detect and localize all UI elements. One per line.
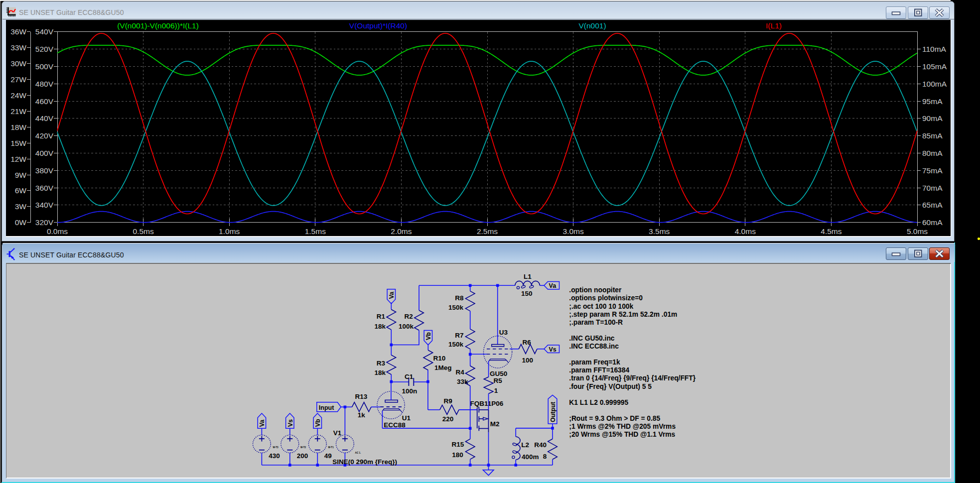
svg-text:200: 200 xyxy=(297,452,308,460)
svg-text:.INC ECC88.inc: .INC ECC88.inc xyxy=(569,343,619,350)
svg-text:Vb: Vb xyxy=(314,418,321,426)
svg-text:R15: R15 xyxy=(451,440,464,448)
svg-text:.option noopiter: .option noopiter xyxy=(569,286,622,294)
svg-text:R5: R5 xyxy=(494,376,503,384)
svg-text:W-T1: W-T1 xyxy=(328,446,334,448)
svg-text:W-T3: W-T3 xyxy=(273,446,279,448)
svg-text:2.0ms: 2.0ms xyxy=(391,227,412,235)
svg-text:V(Output)*I(R40): V(Output)*I(R40) xyxy=(349,21,407,29)
svg-text:M2: M2 xyxy=(490,420,500,428)
svg-text:R10: R10 xyxy=(433,354,446,362)
svg-text:FQB11P06: FQB11P06 xyxy=(470,400,504,407)
svg-text:90mA: 90mA xyxy=(922,114,943,122)
svg-text:0.5ms: 0.5ms xyxy=(133,227,153,235)
svg-text:60mA: 60mA xyxy=(922,218,943,227)
svg-text:360V: 360V xyxy=(35,183,54,192)
svg-text:27W: 27W xyxy=(10,75,26,84)
svg-text:18W: 18W xyxy=(10,122,26,131)
svg-text:36W: 36W xyxy=(10,27,26,36)
svg-text:R6: R6 xyxy=(523,338,532,346)
svg-text:220: 220 xyxy=(442,415,454,422)
svg-text:420V: 420V xyxy=(35,131,54,140)
svg-text:W-T2: W-T2 xyxy=(300,446,306,448)
svg-text:500V: 500V xyxy=(35,62,54,71)
svg-text:380V: 380V xyxy=(35,166,54,174)
svg-text:1.5ms: 1.5ms xyxy=(305,227,326,235)
svg-text:480V: 480V xyxy=(35,79,54,88)
svg-text:1.0ms: 1.0ms xyxy=(219,227,240,235)
svg-text:12W: 12W xyxy=(10,154,26,163)
svg-text:R4: R4 xyxy=(455,368,464,375)
svg-text:Va: Va xyxy=(549,282,557,289)
svg-text:30W: 30W xyxy=(10,59,26,68)
svg-text:Output: Output xyxy=(550,401,557,422)
svg-text:440V: 440V xyxy=(35,114,54,122)
svg-text:430: 430 xyxy=(269,452,280,460)
svg-text:R40: R40 xyxy=(534,441,547,448)
svg-text:.options plotwinsize=0: .options plotwinsize=0 xyxy=(569,294,643,302)
svg-text:340V: 340V xyxy=(35,201,54,209)
svg-text:(V(n001)-V(n006))*I(L1): (V(n001)-V(n006))*I(L1) xyxy=(117,21,199,29)
svg-text:Va: Va xyxy=(259,419,266,427)
svg-text:V1: V1 xyxy=(333,429,342,436)
svg-text:9W: 9W xyxy=(15,170,27,179)
svg-text:2.5ms: 2.5ms xyxy=(477,227,498,235)
svg-text:150k: 150k xyxy=(448,304,464,311)
svg-text:Vb: Vb xyxy=(425,332,432,340)
svg-text:;20 Wrms @15% THD @1.1 Vrms: ;20 Wrms @15% THD @1.1 Vrms xyxy=(569,431,675,438)
svg-text:24W: 24W xyxy=(10,91,26,100)
svg-text:Input: Input xyxy=(319,404,334,411)
svg-text:21W: 21W xyxy=(10,107,26,115)
svg-text:75mA: 75mA xyxy=(922,166,943,174)
svg-text:100mA: 100mA xyxy=(922,79,947,88)
svg-text:49: 49 xyxy=(324,452,332,460)
svg-text:V(n001): V(n001) xyxy=(578,21,606,29)
svg-text:150: 150 xyxy=(521,290,533,297)
svg-text:.INC GU50.inc: .INC GU50.inc xyxy=(569,334,615,342)
svg-text:6W: 6W xyxy=(15,186,27,195)
svg-text:520V: 520V xyxy=(35,45,54,53)
svg-text:18k: 18k xyxy=(375,322,386,330)
svg-text:C1: C1 xyxy=(405,372,414,380)
svg-text:8: 8 xyxy=(543,452,547,460)
svg-text:Vs: Vs xyxy=(287,419,294,426)
svg-text:1: 1 xyxy=(494,386,498,394)
svg-text:100: 100 xyxy=(522,356,533,363)
svg-text:100n: 100n xyxy=(402,387,418,395)
svg-text:;.param T=100-R: ;.param T=100-R xyxy=(569,318,623,326)
svg-text:SINE(0 290m {Freq}): SINE(0 290m {Freq}) xyxy=(332,458,397,465)
svg-text:100k: 100k xyxy=(399,322,414,330)
svg-text:AC 1.: AC 1. xyxy=(355,452,361,454)
svg-text:.tran 0 {14/Freq} {9/Freq} {14: .tran 0 {14/Freq} {9/Freq} {14/Freq/FFT} xyxy=(569,374,696,382)
svg-text:460V: 460V xyxy=(35,97,54,105)
svg-text:;Rout = 9.3 Ohm > DF = 0.85: ;Rout = 9.3 Ohm > DF = 0.85 xyxy=(569,414,660,422)
svg-text:.four {Freq} V(Output) 5 5: .four {Freq} V(Output) 5 5 xyxy=(569,382,652,390)
svg-text:540V: 540V xyxy=(35,27,54,36)
svg-text:L1: L1 xyxy=(524,272,532,280)
svg-text:;.ac oct 100 10 100k: ;.ac oct 100 10 100k xyxy=(569,302,633,310)
svg-text:15W: 15W xyxy=(10,138,26,147)
svg-text:3.0ms: 3.0ms xyxy=(562,227,583,235)
svg-text:110mA: 110mA xyxy=(922,45,947,53)
svg-text:R8: R8 xyxy=(455,294,464,301)
svg-text:95mA: 95mA xyxy=(922,97,943,105)
svg-text:U3: U3 xyxy=(499,329,508,336)
svg-text:0.0ms: 0.0ms xyxy=(47,227,68,235)
svg-text:Vs: Vs xyxy=(549,346,557,353)
svg-text:3W: 3W xyxy=(15,202,27,211)
svg-text:1k: 1k xyxy=(358,411,366,419)
svg-text:Va: Va xyxy=(388,291,395,299)
svg-text:K1 L1 L2 0.999995: K1 L1 L2 0.999995 xyxy=(569,398,628,406)
svg-text:R7: R7 xyxy=(455,331,463,339)
svg-text:400V: 400V xyxy=(35,149,54,157)
svg-text:ECC88: ECC88 xyxy=(384,421,406,428)
svg-text:400m: 400m xyxy=(522,453,539,461)
svg-text:L2: L2 xyxy=(521,441,529,448)
svg-text:1Meg: 1Meg xyxy=(434,364,452,371)
svg-text:R13: R13 xyxy=(355,393,368,400)
svg-text:I(L1): I(L1) xyxy=(766,21,782,29)
svg-text:105mA: 105mA xyxy=(922,62,947,71)
svg-text:33k: 33k xyxy=(457,378,468,385)
svg-text:320V: 320V xyxy=(35,218,54,227)
svg-text:4.5ms: 4.5ms xyxy=(821,227,841,235)
